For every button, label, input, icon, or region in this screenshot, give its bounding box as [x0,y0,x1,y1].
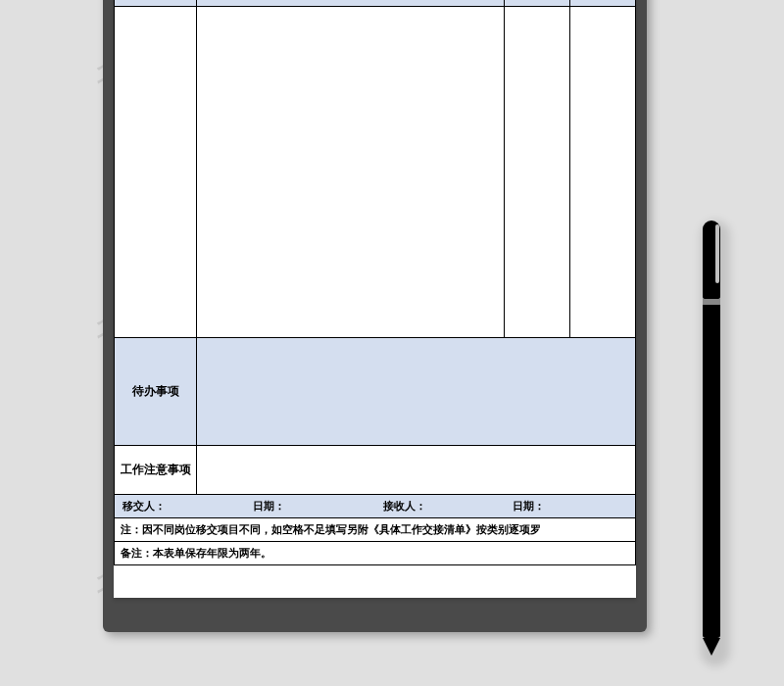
pen-body [703,305,720,638]
footnote-row-2: 备注：本表单保存年限为两年。 [115,542,636,565]
cell-project [115,7,197,338]
pen-icon [703,220,720,657]
cell-attachment [504,7,569,338]
worknotes-row: 工作注意事项 [115,446,636,495]
pending-row: 待办事项 [115,338,636,446]
cell-location [569,7,635,338]
pending-label: 待办事项 [115,338,197,446]
clipboard-frame: 交接项目 交接内容 附件 存放位置 待办事项 工作注意事项 [103,0,647,632]
worknotes-content [197,446,636,495]
cell-content [197,7,505,338]
footnote-row-1: 注：因不同岗位移交项目不同，如空格不足填写另附《具体工作交接清单》按类别逐项罗 [115,518,636,542]
pen-tip [703,638,720,656]
pending-content [197,338,636,446]
pen-cap [703,220,720,299]
date2-label: 日期： [505,495,635,517]
handover-person-label: 移交人： [115,495,245,517]
table-row [115,7,636,338]
worknotes-label: 工作注意事项 [115,446,197,495]
footnote-1: 注：因不同岗位移交项目不同，如空格不足填写另附《具体工作交接清单》按类别逐项罗 [115,518,636,542]
signature-cell: 移交人： 日期： 接收人： 日期： [115,495,636,518]
signature-row: 移交人： 日期： 接收人： 日期： [115,495,636,518]
pen-clip [715,224,719,283]
receiver-label: 接收人： [375,495,506,517]
form-paper: 交接项目 交接内容 附件 存放位置 待办事项 工作注意事项 [114,0,636,598]
footnote-2: 备注：本表单保存年限为两年。 [115,542,636,565]
handover-form-table: 交接项目 交接内容 附件 存放位置 待办事项 工作注意事项 [114,0,636,565]
date1-label: 日期： [245,495,375,517]
